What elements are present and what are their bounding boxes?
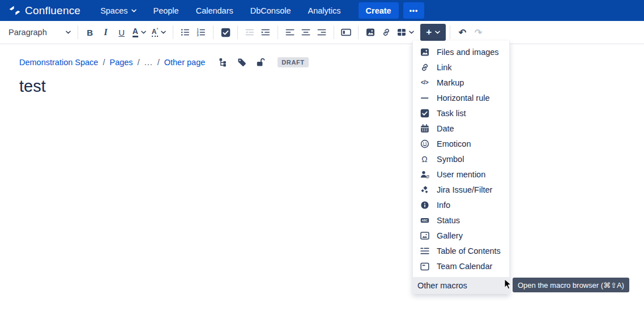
confluence-logo-icon [9,6,20,15]
brand-name: Confluence [25,5,80,17]
undo-icon: ↶ [459,27,466,38]
menu-item-emoticon[interactable]: Emoticon [413,136,509,151]
nav-item-spaces[interactable]: Spaces [93,3,143,19]
nav-item-dbconsole[interactable]: DbConsole [243,3,298,19]
menu-item-status[interactable]: ABC Status [413,212,509,228]
insert-link-button[interactable] [378,24,394,41]
markup-icon: </> [420,79,429,86]
menu-item-task-list[interactable]: Task list [413,105,509,121]
menu-item-table-of-contents[interactable]: Table of Contents [413,243,509,258]
date-icon [420,124,429,133]
more-formatting-icon: A° [152,28,158,37]
align-left-button[interactable] [282,24,298,41]
menu-item-date[interactable]: Date [413,121,509,136]
align-right-icon [317,28,326,37]
breadcrumb-separator: / [157,58,160,67]
toolbar-divider [78,25,78,39]
text-color-dropdown[interactable]: A [130,24,149,41]
redo-icon: ↷ [475,27,482,38]
chevron-down-icon [141,31,146,34]
outdent-button [242,24,258,41]
horizontal-rule-icon [420,93,429,103]
undo-button[interactable]: ↶ [454,24,470,41]
toolbar-divider [450,25,450,39]
indent-button[interactable] [258,24,274,41]
menu-item-team-calendar[interactable]: Team Calendar [413,258,509,274]
labels-button[interactable] [237,58,246,67]
page-layout-icon [341,28,351,37]
bullet-list-button[interactable] [177,24,193,41]
italic-icon: I [104,27,108,37]
confluence-logo[interactable]: Confluence [9,5,80,17]
unlock-icon [256,58,265,67]
numbered-list-button[interactable]: 123 [193,24,209,41]
omega-symbol-icon: Ω [420,155,429,164]
menu-item-other-macros[interactable]: Other macros [413,278,509,293]
menu-item-info[interactable]: Info [413,197,509,212]
align-right-button[interactable] [314,24,330,41]
nav-item-people[interactable]: People [146,3,186,19]
underline-icon: U [118,28,125,37]
outdent-icon [245,28,254,37]
paragraph-style-dropdown[interactable]: Paragraph [6,24,74,41]
toolbar-divider [358,25,359,39]
draft-badge: DRAFT [278,57,308,67]
plus-icon: + [426,27,432,37]
breadcrumb-separator: / [103,58,105,67]
insert-menu: Files and images Link </> Markup Horizon… [412,41,510,294]
bold-button[interactable]: B [82,24,98,41]
nav-item-analytics[interactable]: Analytics [301,3,348,19]
toolbar-divider [237,25,238,39]
link-icon [420,63,429,72]
text-color-icon: A [133,27,138,37]
chevron-down-icon [161,31,166,34]
task-list-icon [221,28,231,37]
menu-item-jira[interactable]: Jira Issue/Filter [413,182,509,197]
breadcrumb-pages-link[interactable]: Pages [109,58,133,67]
menu-item-user-mention[interactable]: @ User mention [413,167,509,182]
page-title-input[interactable]: test [19,77,644,96]
breadcrumb-separator: / [138,58,140,67]
underline-button[interactable]: U [114,24,130,41]
task-list-icon [420,109,429,118]
more-formatting-dropdown[interactable]: A° [149,24,169,41]
chevron-down-icon [66,31,71,34]
align-left-icon [285,28,295,37]
menu-item-files-and-images[interactable]: Files and images [413,44,509,59]
menu-item-markup[interactable]: </> Markup [413,75,509,90]
breadcrumb-space-link[interactable]: Demonstration Space [19,58,98,67]
page-tree-location-button[interactable] [219,58,228,67]
numbered-list-icon: 123 [197,28,206,37]
italic-button[interactable]: I [98,24,114,41]
menu-item-horizontal-rule[interactable]: Horizontal rule [413,90,509,105]
indent-icon [261,28,270,37]
breadcrumb-parent-page-link[interactable]: Other page [164,58,206,67]
chevron-down-icon [435,31,440,34]
emoticon-icon [420,139,429,148]
team-calendar-icon [420,262,429,271]
task-list-button[interactable] [217,24,233,41]
insert-image-button[interactable] [362,24,378,41]
page-tree-icon [219,58,228,67]
status-icon: ABC [420,216,429,225]
menu-item-link[interactable]: Link [413,59,509,75]
insert-more-content-dropdown[interactable]: + [420,24,446,41]
toolbar-divider [334,25,334,39]
align-center-button[interactable] [298,24,314,41]
link-icon [382,28,391,37]
create-button[interactable]: Create [359,2,399,19]
page-layout-button[interactable] [338,24,354,41]
breadcrumb-ellipsis[interactable]: ... [144,58,153,67]
table-icon [397,28,406,37]
nav-item-calendars[interactable]: Calendars [189,3,241,19]
restrictions-button[interactable] [256,58,265,67]
chevron-down-icon [409,31,414,34]
bullet-list-icon [181,28,190,37]
more-actions-button[interactable]: ••• [403,2,425,19]
toolbar-divider [173,25,173,39]
menu-item-gallery[interactable]: Gallery [413,228,509,243]
tag-icon [237,58,246,67]
svg-text:@: @ [425,174,429,179]
insert-table-dropdown[interactable] [394,24,417,41]
menu-item-symbol[interactable]: Ω Symbol [413,151,509,167]
